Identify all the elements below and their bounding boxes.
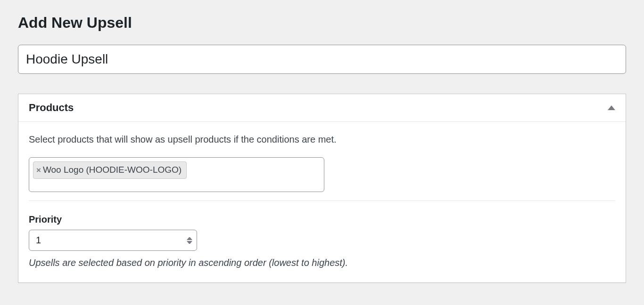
products-metabox-title: Products (29, 102, 74, 114)
products-help-text: Select products that will show as upsell… (29, 134, 615, 145)
priority-hint-text: Upsells are selected based on priority i… (29, 257, 615, 268)
products-metabox: Products Select products that will show … (18, 94, 626, 283)
priority-input[interactable] (29, 230, 197, 251)
priority-label: Priority (29, 214, 615, 225)
priority-field-wrap (29, 230, 197, 251)
stepper-down-icon[interactable] (187, 241, 192, 245)
stepper-up-icon[interactable] (187, 236, 192, 240)
upsell-title-input[interactable] (18, 45, 626, 74)
remove-tag-icon[interactable]: × (36, 166, 41, 174)
product-select-input[interactable]: × Woo Logo (HOODIE-WOO-LOGO) (29, 157, 324, 192)
product-tag: × Woo Logo (HOODIE-WOO-LOGO) (33, 161, 187, 179)
products-metabox-body: Select products that will show as upsell… (18, 122, 626, 282)
product-tag-label: Woo Logo (HOODIE-WOO-LOGO) (43, 164, 182, 177)
chevron-up-icon (608, 105, 615, 110)
section-divider (29, 201, 615, 201)
products-metabox-toggle[interactable]: Products (18, 94, 626, 122)
priority-stepper (187, 236, 192, 245)
page-title: Add New Upsell (18, 14, 626, 32)
